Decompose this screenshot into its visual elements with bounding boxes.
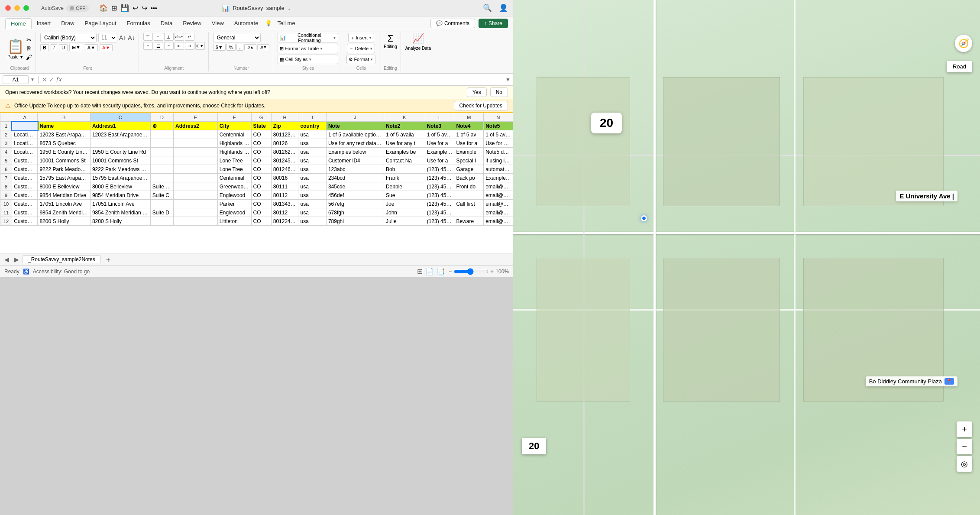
cell-g12[interactable]: CO	[251, 217, 271, 226]
cell-c5[interactable]: 10001 Commons St	[90, 156, 150, 165]
cell-h9[interactable]: 80112	[271, 191, 298, 200]
cell-c6[interactable]: 9222 Park Meadows Drive	[90, 165, 150, 174]
sheet-tab-main[interactable]: _RouteSavvy_sample2Notes	[23, 255, 101, 263]
cell-a3[interactable]: Location2	[12, 139, 38, 148]
cell-k5[interactable]: Contact Na	[384, 156, 425, 165]
page-layout-view-btn[interactable]: 📄	[425, 267, 434, 275]
cell-m9[interactable]	[454, 191, 484, 200]
tab-home[interactable]: Home	[5, 18, 32, 29]
cell-f6[interactable]: Lone Tree	[217, 165, 251, 174]
align-middle-btn[interactable]: ≡	[154, 33, 163, 41]
number-format-select[interactable]: General	[213, 33, 261, 42]
cell-j11[interactable]: 678fgh	[326, 208, 384, 217]
recovery-yes-btn[interactable]: Yes	[467, 87, 487, 97]
cell-d10[interactable]	[150, 200, 173, 208]
cell-e2[interactable]	[174, 130, 218, 139]
cell-i6[interactable]: usa	[298, 165, 326, 174]
col-header-d[interactable]: D	[150, 113, 173, 122]
tab-page-layout[interactable]: Page Layout	[80, 18, 122, 28]
cell-a4[interactable]: Location3	[12, 148, 38, 156]
cell-g9[interactable]: CO	[251, 191, 271, 200]
cell-n5[interactable]: if using integration w	[484, 156, 513, 165]
cell-k7[interactable]: Frank	[384, 174, 425, 182]
cell-h4[interactable]: 801262437	[271, 148, 298, 156]
cell-l11[interactable]: (123) 456-7890	[425, 208, 454, 217]
save-icon[interactable]: 💾	[120, 4, 129, 12]
cell-i10[interactable]: usa	[298, 200, 326, 208]
cell-g6[interactable]: CO	[251, 165, 271, 174]
sheet-nav-next[interactable]: ▶	[13, 256, 21, 263]
cell-i5[interactable]: usa	[298, 156, 326, 165]
cell-m4[interactable]: Example	[454, 148, 484, 156]
cell-b9[interactable]: 9854 Meridian Drive	[38, 191, 90, 200]
col-header-f[interactable]: F	[217, 113, 251, 122]
cell-n1[interactable]: Note5	[484, 122, 513, 130]
cell-l7[interactable]: (123) 456-7	[425, 174, 454, 182]
col-header-m[interactable]: M	[454, 113, 484, 122]
cell-i11[interactable]: usa	[298, 208, 326, 217]
paste-btn[interactable]: 📋 Paste ▼	[7, 38, 24, 59]
cell-e4[interactable]	[174, 148, 218, 156]
font-name-select[interactable]: Calibri (Body)	[40, 33, 97, 42]
cell-h7[interactable]: 80016	[271, 174, 298, 182]
tab-insert[interactable]: Insert	[32, 18, 56, 28]
cell-g3[interactable]: CO	[251, 139, 271, 148]
underline-btn[interactable]: U	[59, 44, 68, 51]
font-color-btn[interactable]: A▼	[100, 44, 113, 51]
undo-icon[interactable]: ↩	[133, 4, 138, 12]
col-header-k[interactable]: K	[384, 113, 425, 122]
cell-a1[interactable]	[12, 122, 38, 130]
cell-h10[interactable]: 801343147	[271, 200, 298, 208]
cell-n11[interactable]: email@address.com	[484, 208, 513, 217]
cell-k1[interactable]: Note2	[384, 122, 425, 130]
cell-b11[interactable]: 9854 Zenith Meridian Drive	[38, 208, 90, 217]
tab-formulas[interactable]: Formulas	[122, 18, 155, 28]
cell-styles-btn[interactable]: ▦ Cell Styles ▼	[278, 55, 338, 64]
cell-m12[interactable]: Beware	[454, 217, 484, 226]
cell-i7[interactable]: usa	[298, 174, 326, 182]
cell-i8[interactable]: usa	[298, 182, 326, 191]
cell-h6[interactable]: 801246711	[271, 165, 298, 174]
cell-d11[interactable]: Suite D	[150, 208, 173, 217]
cell-k8[interactable]: Debbie	[384, 182, 425, 191]
merge-btn[interactable]: ⊞▼	[195, 42, 205, 50]
cell-h12[interactable]: 801224012	[271, 217, 298, 226]
cell-h2[interactable]: 801123815	[271, 130, 298, 139]
cell-b12[interactable]: 8200 S Holly	[38, 217, 90, 226]
font-size-select[interactable]: 11	[98, 33, 117, 42]
cell-e9[interactable]	[174, 191, 218, 200]
cell-l6[interactable]: (123) 456-7	[425, 165, 454, 174]
align-right-btn[interactable]: ≡	[164, 42, 174, 50]
cell-j8[interactable]: 345cde	[326, 182, 384, 191]
cell-ref-input[interactable]	[3, 75, 29, 84]
cell-d8[interactable]: Suite B20	[150, 182, 173, 191]
cell-m5[interactable]: Special I	[454, 156, 484, 165]
italic-btn[interactable]: I	[51, 44, 57, 51]
cell-n8[interactable]: email@address.com	[484, 182, 513, 191]
align-bottom-btn[interactable]: ⊥	[164, 33, 174, 41]
col-header-i[interactable]: I	[298, 113, 326, 122]
sheet-nav-prev[interactable]: ◀	[3, 256, 11, 263]
cell-a7[interactable]: Customer F	[12, 174, 38, 182]
cell-m6[interactable]: Garage	[454, 165, 484, 174]
borders-btn[interactable]: ⊞▼	[69, 44, 83, 51]
cell-k12[interactable]: Julie	[384, 217, 425, 226]
wrap-text-btn[interactable]: ↵	[185, 33, 194, 41]
cell-e8[interactable]	[174, 182, 218, 191]
cell-k11[interactable]: John	[384, 208, 425, 217]
cell-l4[interactable]: Examples b	[425, 148, 454, 156]
accounting-btn[interactable]: $▼	[213, 44, 226, 51]
cut-btn[interactable]: ✂	[26, 36, 32, 43]
cell-a5[interactable]: Customer D	[12, 156, 38, 165]
decrease-font-icon[interactable]: A↓	[128, 34, 135, 41]
cell-b4[interactable]: 1950 E County Line Rd	[38, 148, 90, 156]
increase-font-icon[interactable]: A↑	[119, 34, 126, 41]
cell-b7[interactable]: 15795 East Arapahoe Road	[38, 174, 90, 182]
cell-h5[interactable]: 801245547	[271, 156, 298, 165]
share-button[interactable]: ↑ Share	[479, 19, 508, 28]
location-target-btn[interactable]: ◎	[957, 456, 972, 472]
cell-d6[interactable]	[150, 165, 173, 174]
cell-c10[interactable]: 17051 Lincoln Ave	[90, 200, 150, 208]
col-header-e[interactable]: E	[174, 113, 218, 122]
normal-view-btn[interactable]: ⊞	[417, 267, 423, 275]
